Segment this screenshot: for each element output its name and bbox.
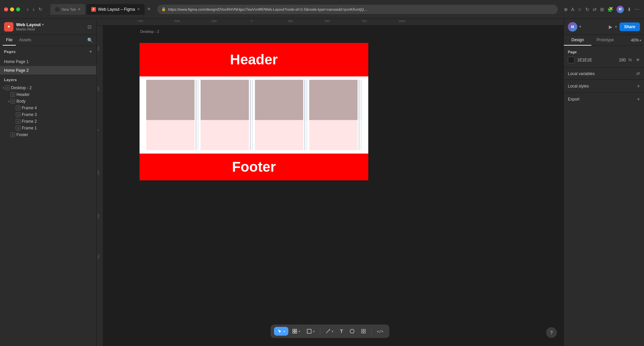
svg-rect-0 [293,329,294,331]
visibility-icon[interactable]: 👁 [636,58,640,62]
add-export-btn[interactable]: + [637,96,640,102]
expand-body[interactable]: ▾ [8,100,10,103]
ruler-tick-500p: 500 [325,19,330,23]
ellipse-tool[interactable] [347,327,357,336]
bottom-toolbar: ▾ ▾ ▾ [271,325,389,338]
layer-name-frame-3: Frame 3 [22,112,37,117]
add-page-btn[interactable]: + [89,49,92,55]
lower-group-4 [309,120,362,150]
back-button[interactable]: ‹ [25,6,30,13]
tab-file[interactable]: File [3,35,16,46]
project-name[interactable]: Web Layout ▾ [16,22,84,27]
zoom-value[interactable]: 40% [631,38,639,43]
forward-button[interactable]: › [31,6,36,13]
lower-4a [309,120,358,150]
rect-tool[interactable]: ▾ [304,327,317,336]
layer-frame-4[interactable]: ▸ ⊞ Frame 4 [0,105,96,111]
frame-tool[interactable]: ▾ [290,327,303,336]
sidebar-header: ✦ Web Layout ▾ Martin Reid ⊡ [0,19,96,35]
export-label: Export [568,97,580,102]
ruler-tick-1000p: 1000 [398,19,405,23]
layer-header[interactable]: ▸ ⊞ Header [0,91,96,98]
layer-body[interactable]: ▾ ⊞ Body [0,98,96,105]
browser-tab-home[interactable]: New Tab ✕ [50,4,86,15]
page-item-1[interactable]: Home Page 1 [0,57,96,66]
close-btn[interactable] [4,7,8,11]
opacity-percent: % [628,58,632,62]
extensions-icon[interactable]: 🧩 [607,6,614,13]
share-button[interactable]: Share [620,22,640,31]
layer-footer[interactable]: ▸ ⊞ Footer [0,131,96,138]
sync-icon[interactable]: ⇄ [592,6,597,13]
tab-assets[interactable]: Assets [16,35,35,46]
user-name: Martin Reid [16,27,84,31]
zoom-icon[interactable]: ⊕ [563,6,569,13]
add-local-style-btn[interactable]: + [637,83,640,89]
components-tool[interactable] [358,327,368,336]
col-3a [255,80,303,120]
bookmark-icon[interactable]: ☆ [577,6,583,13]
new-tab-button[interactable]: + [146,6,152,13]
app-logo: ✦ [4,22,13,32]
zoom-dropdown-icon[interactable]: ▾ [640,39,641,42]
layer-name-frame-1: Frame 1 [22,126,37,130]
layer-icon-header: ⊞ [10,92,15,97]
export-section: Export + [564,93,644,106]
cursor-tool[interactable]: ▾ [274,327,288,336]
ruler-tick-750: -750 [137,19,143,23]
design-frame[interactable]: Header [140,43,368,180]
address-bar[interactable]: 🔒 https://www.figma.com/design/DVoxRHVNH… [157,5,557,14]
body-upper [146,80,362,120]
play-button[interactable]: ▶ [609,24,612,30]
minimize-btn[interactable] [10,7,14,11]
expand-desktop-2[interactable]: ▾ [3,86,4,90]
layer-frame-3[interactable]: ▸ ⊞ Frame 3 [0,111,96,118]
page-item-2[interactable]: Home Page 2 [0,66,96,75]
ruler-tick-500: -500 [174,19,180,23]
color-swatch[interactable] [568,57,575,63]
help-button[interactable]: ? [546,327,557,338]
ruler-tick-v-0: 0 [97,129,100,131]
right-avatar[interactable]: M [568,22,577,32]
play-dropdown[interactable]: ▾ [615,25,617,28]
code-tool[interactable]: </> [374,327,386,336]
translate-icon[interactable]: A [571,6,575,13]
canvas-content: Desktop - 2 Header [103,25,564,346]
layer-icon-body: ⊞ [10,99,15,104]
layer-icon-frame-3: ⊞ [16,112,20,117]
profile-icon-btn[interactable]: M [616,5,625,14]
layer-frame-1[interactable]: ▸ ⊞ Frame 1 [0,125,96,131]
lower-2g [250,120,251,150]
col-group-1 [146,80,199,120]
pen-tool[interactable]: ▾ [323,327,336,336]
search-btn[interactable]: 🔍 [87,35,94,46]
right-header-dropdown[interactable]: ▾ [579,24,581,29]
layout-toggle-btn[interactable]: ⊡ [87,23,92,30]
project-name-text: Web Layout [16,22,41,27]
layer-desktop-2[interactable]: ▾ ⊞ Desktop - 2 [0,84,96,91]
tab-design[interactable]: Design [564,35,591,46]
canvas-area[interactable]: -750 -500 -250 0 250 500 750 1000 -500 -… [97,19,564,346]
tab-close-home[interactable]: ✕ [78,7,80,11]
refresh-icon[interactable]: ↻ [585,6,590,13]
maximize-btn[interactable] [16,7,20,11]
refresh-button[interactable]: ↻ [37,6,44,13]
lower-group-3 [255,120,307,150]
tab-bar: New Tab ✕ F Web Layout – Figma ✕ + [50,4,152,15]
text-tool[interactable]: T [337,327,346,336]
lower-1g2 [198,120,199,150]
split-icon[interactable]: ⊞ [599,6,605,13]
downloads-icon[interactable]: ⬇ [627,6,632,13]
browser-tab-figma[interactable]: F Web Layout – Figma ✕ [87,4,145,15]
local-variables-icon[interactable]: ⇄ [636,71,640,76]
pages-label: Pages [4,50,16,54]
right-header-actions: ▶ ▾ Share [609,22,640,31]
layer-frame-2[interactable]: ▸ ⊞ Frame 2 [0,118,96,125]
lower-3g2 [306,120,307,150]
more-icon[interactable]: ⋯ [634,6,640,13]
ruler-tick-250: -250 [211,19,217,23]
tab-prototype[interactable]: Prototype [591,35,619,46]
tab-close-figma[interactable]: ✕ [137,7,140,11]
browser-chrome: ‹ › ↻ New Tab ✕ F Web Layout – Figma ✕ +… [0,0,644,19]
col-2-gutter2 [252,80,253,120]
